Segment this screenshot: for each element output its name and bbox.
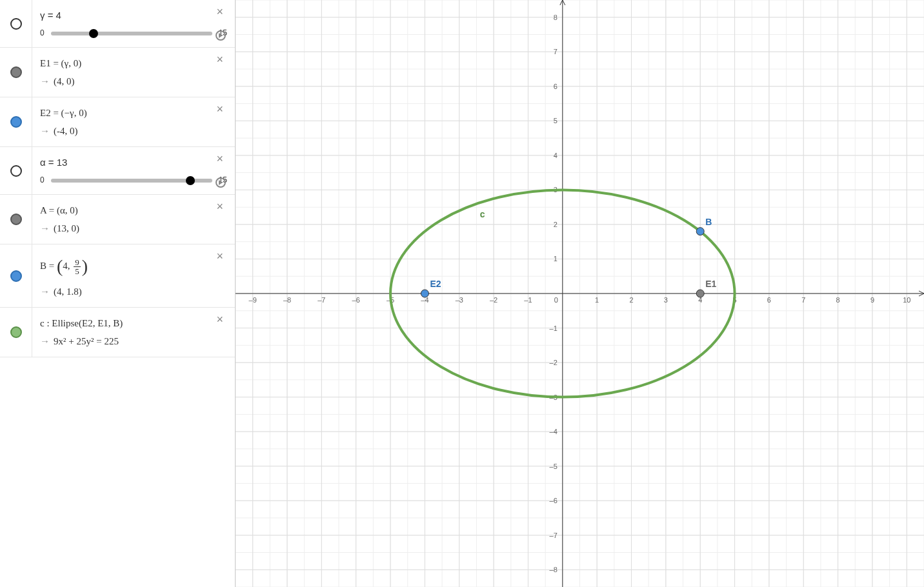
svg-text:6: 6 bbox=[554, 83, 557, 90]
row-E1[interactable]: E1 = (γ, 0) →(4, 0) × bbox=[0, 48, 235, 97]
svg-text:2: 2 bbox=[554, 221, 557, 228]
close-icon[interactable]: × bbox=[216, 200, 223, 214]
curve-label-c: c bbox=[480, 209, 485, 219]
row-gamma[interactable]: γ = 4 0 15 × bbox=[0, 0, 235, 48]
svg-text:7: 7 bbox=[801, 296, 805, 304]
point-E1[interactable] bbox=[696, 290, 704, 297]
visibility-toggle-E1[interactable] bbox=[10, 66, 22, 78]
svg-text:–6: –6 bbox=[352, 296, 360, 304]
visibility-toggle-gamma[interactable] bbox=[10, 18, 22, 30]
gamma-slider[interactable] bbox=[51, 32, 212, 35]
E1-def: E1 = (γ, 0) bbox=[40, 55, 227, 71]
svg-text:–2: –2 bbox=[490, 296, 497, 304]
point-B[interactable] bbox=[696, 228, 704, 235]
gamma-slider-thumb[interactable] bbox=[89, 29, 98, 38]
plot-canvas[interactable]: –9–8–7–6–5–4–3–2–1012345678910–8–7–6–5–4… bbox=[236, 0, 924, 587]
E2-val: (-4, 0) bbox=[54, 126, 78, 136]
svg-text:–8: –8 bbox=[550, 566, 557, 573]
B-def: B = (4, 95) bbox=[40, 252, 227, 281]
graphics-view[interactable]: –9–8–7–6–5–4–3–2–1012345678910–8–7–6–5–4… bbox=[236, 0, 924, 587]
close-icon[interactable]: × bbox=[216, 313, 223, 326]
algebra-view: γ = 4 0 15 × E1 = (γ, 0) →(4, 0) × bbox=[0, 0, 236, 587]
svg-text:–1: –1 bbox=[524, 296, 532, 304]
svg-text:7: 7 bbox=[554, 48, 557, 55]
row-E2[interactable]: E2 = (−γ, 0) →(-4, 0) × bbox=[0, 97, 235, 147]
A-def: A = (α, 0) bbox=[40, 203, 227, 218]
gamma-min: 0 bbox=[40, 27, 45, 39]
point-label-B: B bbox=[705, 217, 712, 227]
svg-text:–2: –2 bbox=[550, 359, 557, 366]
row-alpha[interactable]: α = 13 0 15 × bbox=[0, 147, 235, 195]
visibility-toggle-alpha[interactable] bbox=[10, 165, 22, 177]
svg-text:10: 10 bbox=[903, 296, 910, 304]
visibility-toggle-A[interactable] bbox=[10, 214, 22, 225]
A-val: (13, 0) bbox=[54, 223, 79, 234]
svg-text:1: 1 bbox=[595, 296, 599, 304]
svg-text:0: 0 bbox=[554, 296, 558, 304]
svg-text:–8: –8 bbox=[283, 296, 291, 304]
row-c[interactable]: c : Ellipse(E2, E1, B) →9x² + 25y² = 225… bbox=[0, 308, 235, 357]
svg-text:8: 8 bbox=[554, 14, 557, 21]
gamma-label: γ = 4 bbox=[40, 8, 227, 23]
svg-text:–7: –7 bbox=[317, 296, 325, 304]
svg-text:8: 8 bbox=[836, 296, 840, 304]
point-label-E2: E2 bbox=[430, 279, 441, 289]
row-B[interactable]: B = (4, 95) →(4, 1.8) × bbox=[0, 244, 235, 308]
visibility-toggle-c[interactable] bbox=[10, 326, 22, 338]
svg-text:3: 3 bbox=[664, 296, 668, 304]
svg-text:–5: –5 bbox=[550, 463, 557, 470]
point-label-E1: E1 bbox=[705, 279, 716, 289]
close-icon[interactable]: × bbox=[216, 152, 223, 166]
svg-text:–6: –6 bbox=[550, 497, 557, 504]
svg-text:–9: –9 bbox=[249, 296, 257, 304]
svg-text:6: 6 bbox=[767, 296, 771, 304]
visibility-toggle-E2[interactable] bbox=[10, 116, 22, 128]
point-E2[interactable] bbox=[421, 290, 428, 297]
row-A[interactable]: A = (α, 0) →(13, 0) × bbox=[0, 195, 235, 244]
svg-text:–4: –4 bbox=[550, 428, 557, 435]
svg-text:4: 4 bbox=[554, 152, 557, 159]
alpha-slider-thumb[interactable] bbox=[186, 176, 195, 185]
svg-text:–7: –7 bbox=[550, 532, 557, 539]
close-icon[interactable]: × bbox=[216, 103, 223, 116]
c-def: c : Ellipse(E2, E1, B) bbox=[40, 315, 227, 331]
svg-text:2: 2 bbox=[629, 296, 633, 304]
alpha-min: 0 bbox=[40, 174, 45, 186]
E1-val: (4, 0) bbox=[54, 76, 75, 86]
svg-text:5: 5 bbox=[554, 117, 557, 124]
E2-def: E2 = (−γ, 0) bbox=[40, 105, 227, 121]
c-val: 9x² + 25y² = 225 bbox=[54, 336, 119, 346]
visibility-toggle-B[interactable] bbox=[10, 270, 22, 282]
svg-text:1: 1 bbox=[554, 255, 557, 263]
close-icon[interactable]: × bbox=[216, 53, 223, 66]
close-icon[interactable]: × bbox=[216, 250, 223, 263]
B-val: (4, 1.8) bbox=[54, 286, 82, 297]
alpha-slider[interactable] bbox=[51, 179, 212, 183]
svg-text:9: 9 bbox=[870, 296, 874, 304]
svg-text:–1: –1 bbox=[550, 324, 557, 332]
close-icon[interactable]: × bbox=[216, 5, 223, 19]
alpha-label: α = 13 bbox=[40, 155, 227, 170]
svg-text:–3: –3 bbox=[456, 296, 463, 304]
